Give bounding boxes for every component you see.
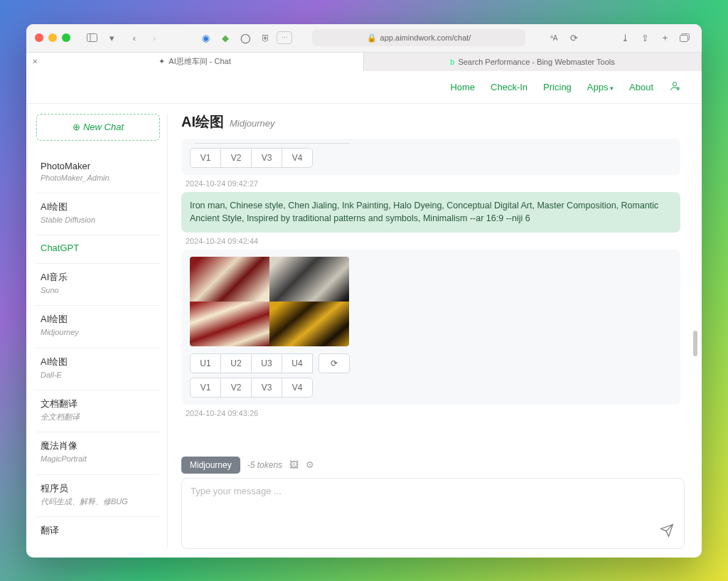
v2-button[interactable]: V2 (220, 148, 252, 168)
svg-point-4 (673, 82, 676, 85)
scrollbar-thumb[interactable] (693, 331, 697, 356)
main-panel: AI绘图 Midjourney V1 V2 V3 V4 2024-10-24 0… (168, 104, 702, 558)
download-icon[interactable]: ⤓ (616, 30, 633, 46)
send-button[interactable] (660, 523, 674, 541)
browser-tab-2[interactable]: b Search Performance - Bing Webmaster To… (364, 53, 702, 71)
user-icon[interactable] (669, 80, 680, 94)
v3b-button[interactable]: V3 (251, 378, 282, 398)
reload-icon[interactable]: ⟳ (565, 30, 582, 46)
body-layout: ⊕ New Chat PhotoMaker PhotoMaker_Admin A… (26, 104, 702, 558)
ext-icon-4[interactable]: ⋯ (277, 31, 292, 44)
tab-title-2: Search Performance - Bing Webmaster Tool… (458, 58, 614, 66)
sidebar-item-mj[interactable]: AI绘图 Midjourney (36, 306, 160, 348)
ext-icon-1[interactable]: ◉ (197, 30, 214, 46)
nav-apps[interactable]: Apps (587, 82, 614, 92)
grid-image-1[interactable] (190, 257, 269, 302)
browser-tab-1[interactable]: ✕ ✦ AI思维车间 - Chat (26, 53, 364, 71)
svg-rect-3 (680, 36, 688, 42)
new-chat-button[interactable]: ⊕ New Chat (36, 114, 160, 141)
page-content: Home Check-In Pricing Apps About ⊕ New C… (26, 71, 702, 558)
u2-button[interactable]: U2 (220, 353, 252, 373)
result-card-top: V1 V2 V3 V4 (181, 139, 680, 175)
u4-button[interactable]: U4 (282, 353, 313, 373)
tabs-overview-icon[interactable] (676, 30, 693, 46)
u1-button[interactable]: U1 (190, 353, 221, 373)
forward-button[interactable]: › (146, 30, 163, 46)
ext-icon-3[interactable]: ◯ (237, 30, 254, 46)
v4b-button[interactable]: V4 (282, 378, 313, 398)
model-pill[interactable]: Midjourney (181, 457, 240, 474)
page-title: AI绘图 (181, 112, 224, 132)
chat-thread[interactable]: V1 V2 V3 V4 2024-10-24 09:42:27 Iron man… (181, 134, 685, 452)
sidebar-item-dalle[interactable]: AI绘图 Dall-E (36, 348, 160, 390)
u3-button[interactable]: U3 (251, 353, 282, 373)
gear-icon[interactable]: ⚙ (306, 459, 314, 470)
close-tab-icon[interactable]: ✕ (32, 58, 38, 65)
sidebar-item-sd[interactable]: AI绘图 Stable Diffusion (36, 193, 160, 235)
grid-image-4[interactable] (269, 302, 349, 346)
refresh-button[interactable]: ⟳ (318, 353, 350, 373)
new-chat-label: New Chat (83, 122, 124, 132)
prompt-text: Iron man, Chinese style, Chen Jialing, I… (190, 201, 658, 224)
titlebar: ▾ ‹ › ◉ ◆ ◯ ⛨ ⋯ 🔒 app.aimindwork.com/cha… (26, 24, 702, 53)
composer-area: Midjourney -5 tokens 🖼 ⚙ (181, 457, 685, 549)
tab-favicon-1: ✦ (159, 57, 165, 66)
minimize-window-button[interactable] (48, 33, 57, 42)
grid-image-3[interactable] (190, 302, 269, 346)
shield-icon[interactable]: ⛨ (257, 30, 274, 46)
sidebar-item-music[interactable]: AI音乐 Suno (36, 264, 160, 306)
address-bar[interactable]: 🔒 app.aimindwork.com/chat/ (312, 29, 525, 46)
sidebar-item-photomaker[interactable]: PhotoMaker PhotoMaker_Admin (36, 154, 160, 193)
page-title-row: AI绘图 Midjourney (181, 112, 685, 134)
message-input[interactable] (191, 486, 675, 535)
lock-icon: 🔒 (367, 33, 377, 43)
chevron-down-icon[interactable]: ▾ (103, 30, 120, 46)
timestamp-1: 2024-10-24 09:42:27 (186, 179, 680, 188)
nav-home[interactable]: Home (450, 82, 475, 92)
sidebar-item-magic-portrait[interactable]: 魔法肖像 MagicPortrait (36, 432, 160, 474)
v-button-row-top: V1 V2 V3 V4 (190, 148, 672, 168)
tab-favicon-2: b (450, 58, 454, 66)
timestamp-2: 2024-10-24 09:42:44 (186, 237, 680, 245)
image-grid[interactable] (190, 257, 349, 346)
nav-about[interactable]: About (629, 82, 653, 92)
v2b-button[interactable]: V2 (220, 378, 252, 398)
sidebar-item-translate[interactable]: 翻译 (36, 517, 160, 547)
v1-button[interactable]: V1 (190, 148, 221, 168)
v1b-button[interactable]: V1 (190, 378, 221, 398)
browser-window: ▾ ‹ › ◉ ◆ ◯ ⛨ ⋯ 🔒 app.aimindwork.com/cha… (26, 24, 702, 558)
sidebar-item-chatgpt[interactable]: ChatGPT (36, 235, 160, 264)
timestamp-3: 2024-10-24 09:43:26 (186, 409, 680, 417)
grid-image-2[interactable] (269, 257, 349, 302)
v3-button[interactable]: V3 (251, 148, 282, 168)
composer (181, 478, 685, 549)
composer-meta: Midjourney -5 tokens 🖼 ⚙ (181, 457, 685, 474)
back-button[interactable]: ‹ (126, 30, 143, 46)
svg-rect-0 (87, 34, 97, 42)
image-icon[interactable]: 🖼 (289, 459, 299, 470)
new-tab-icon[interactable]: ＋ (656, 30, 673, 46)
sidebar-item-programmer[interactable]: 程序员 代码生成、解释、修BUG (36, 475, 160, 517)
sidebar-toggle-icon[interactable] (83, 30, 100, 46)
plus-icon: ⊕ (73, 122, 80, 132)
v-button-row: V1 V2 V3 V4 (190, 378, 672, 398)
top-nav: Home Check-In Pricing Apps About (26, 71, 702, 104)
tab-title-1: AI思维车间 - Chat (168, 56, 230, 67)
sidebar: ⊕ New Chat PhotoMaker PhotoMaker_Admin A… (26, 104, 168, 558)
ext-icon-2[interactable]: ◆ (217, 30, 234, 46)
token-cost: -5 tokens (247, 460, 282, 470)
reader-icon[interactable]: ᴬA (545, 30, 562, 46)
url-text: app.aimindwork.com/chat/ (380, 33, 471, 42)
refresh-icon: ⟳ (331, 358, 338, 368)
close-window-button[interactable] (35, 33, 43, 42)
maximize-window-button[interactable] (62, 33, 70, 42)
page-subtitle: Midjourney (230, 118, 275, 129)
browser-tabs: ✕ ✦ AI思维车间 - Chat b Search Performance -… (26, 53, 702, 71)
share-icon[interactable]: ⇧ (636, 30, 653, 46)
v4-button[interactable]: V4 (282, 148, 313, 168)
nav-pricing[interactable]: Pricing (543, 82, 572, 92)
sidebar-item-doc-translate[interactable]: 文档翻译 全文档翻译 (36, 390, 160, 432)
traffic-lights (35, 33, 70, 42)
result-card: U1 U2 U3 U4 ⟳ V1 V2 V3 V4 (181, 250, 680, 405)
nav-checkin[interactable]: Check-In (491, 82, 528, 92)
